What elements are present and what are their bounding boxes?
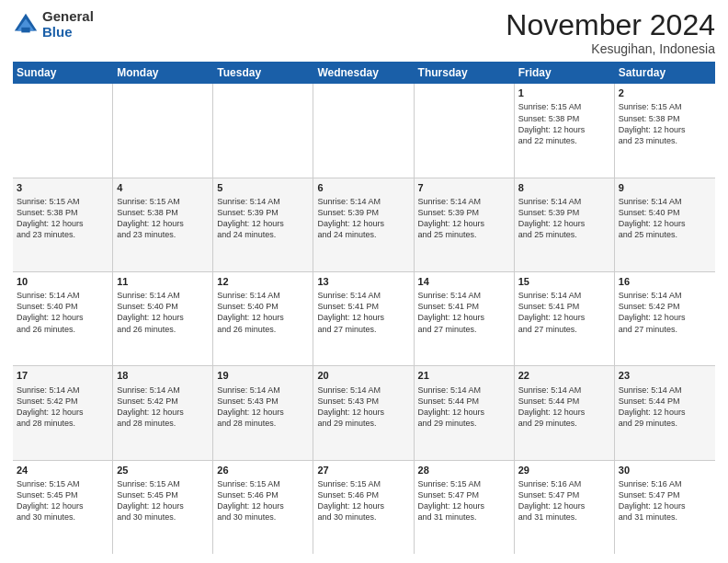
calendar-cell-empty-0-2: [213, 84, 313, 177]
day-number: 8: [518, 181, 610, 194]
day-number: 9: [619, 181, 711, 194]
day-number: 25: [117, 464, 209, 477]
day-number: 21: [418, 369, 510, 382]
calendar-cell-day-4: 4Sunrise: 5:15 AM Sunset: 5:38 PM Daylig…: [113, 178, 213, 271]
day-number: 6: [317, 181, 409, 194]
logo-text: General Blue: [42, 9, 94, 40]
calendar-row-0: 1Sunrise: 5:15 AM Sunset: 5:38 PM Daylig…: [13, 84, 715, 178]
day-number: 14: [418, 275, 510, 288]
day-number: 16: [619, 275, 711, 288]
calendar-cell-empty-0-1: [113, 84, 213, 177]
calendar-cell-day-22: 22Sunrise: 5:14 AM Sunset: 5:44 PM Dayli…: [515, 366, 615, 459]
svg-rect-2: [21, 27, 29, 32]
calendar-cell-day-18: 18Sunrise: 5:14 AM Sunset: 5:42 PM Dayli…: [113, 366, 213, 459]
day-number: 29: [518, 464, 610, 477]
calendar-cell-day-28: 28Sunrise: 5:15 AM Sunset: 5:47 PM Dayli…: [415, 461, 515, 554]
calendar-header: SundayMondayTuesdayWednesdayThursdayFrid…: [13, 62, 715, 84]
logo-blue: Blue: [42, 24, 73, 40]
day-number: 23: [619, 369, 711, 382]
day-info: Sunrise: 5:14 AM Sunset: 5:39 PM Dayligh…: [217, 196, 309, 241]
day-info: Sunrise: 5:14 AM Sunset: 5:40 PM Dayligh…: [217, 290, 309, 335]
calendar-cell-day-2: 2Sunrise: 5:15 AM Sunset: 5:38 PM Daylig…: [615, 84, 715, 177]
logo-icon: [13, 12, 39, 38]
calendar-cell-day-15: 15Sunrise: 5:14 AM Sunset: 5:41 PM Dayli…: [515, 272, 615, 365]
calendar-body: 1Sunrise: 5:15 AM Sunset: 5:38 PM Daylig…: [13, 84, 715, 554]
day-number: 27: [317, 464, 409, 477]
calendar-cell-day-27: 27Sunrise: 5:15 AM Sunset: 5:46 PM Dayli…: [313, 461, 414, 554]
day-info: Sunrise: 5:14 AM Sunset: 5:43 PM Dayligh…: [217, 385, 309, 430]
day-info: Sunrise: 5:15 AM Sunset: 5:46 PM Dayligh…: [217, 478, 309, 523]
day-info: Sunrise: 5:14 AM Sunset: 5:44 PM Dayligh…: [619, 385, 711, 430]
day-number: 5: [217, 181, 309, 194]
day-number: 22: [518, 369, 610, 382]
day-info: Sunrise: 5:14 AM Sunset: 5:42 PM Dayligh…: [117, 385, 209, 430]
calendar-cell-day-6: 6Sunrise: 5:14 AM Sunset: 5:39 PM Daylig…: [313, 178, 414, 271]
day-info: Sunrise: 5:15 AM Sunset: 5:45 PM Dayligh…: [117, 478, 209, 523]
calendar-cell-day-19: 19Sunrise: 5:14 AM Sunset: 5:43 PM Dayli…: [213, 366, 313, 459]
calendar-cell-empty-0-4: [415, 84, 515, 177]
calendar-cell-day-10: 10Sunrise: 5:14 AM Sunset: 5:40 PM Dayli…: [13, 272, 113, 365]
header-cell-saturday: Saturday: [615, 62, 715, 84]
header-cell-tuesday: Tuesday: [213, 62, 313, 84]
calendar-cell-day-25: 25Sunrise: 5:15 AM Sunset: 5:45 PM Dayli…: [113, 461, 213, 554]
day-info: Sunrise: 5:15 AM Sunset: 5:47 PM Dayligh…: [418, 478, 510, 523]
header-cell-thursday: Thursday: [415, 62, 515, 84]
day-info: Sunrise: 5:15 AM Sunset: 5:38 PM Dayligh…: [117, 196, 209, 241]
calendar-row-3: 17Sunrise: 5:14 AM Sunset: 5:42 PM Dayli…: [13, 366, 715, 460]
calendar-cell-day-30: 30Sunrise: 5:16 AM Sunset: 5:47 PM Dayli…: [615, 461, 715, 554]
calendar-cell-day-8: 8Sunrise: 5:14 AM Sunset: 5:39 PM Daylig…: [515, 178, 615, 271]
day-info: Sunrise: 5:16 AM Sunset: 5:47 PM Dayligh…: [619, 478, 711, 523]
calendar-cell-day-29: 29Sunrise: 5:16 AM Sunset: 5:47 PM Dayli…: [515, 461, 615, 554]
location: Kesugihan, Indonesia: [506, 41, 715, 56]
page: General Blue November 2024 Kesugihan, In…: [0, 0, 728, 563]
day-number: 15: [518, 275, 610, 288]
day-number: 7: [418, 181, 510, 194]
month-title: November 2024: [506, 9, 715, 41]
header-cell-wednesday: Wednesday: [313, 62, 414, 84]
calendar-cell-day-13: 13Sunrise: 5:14 AM Sunset: 5:41 PM Dayli…: [313, 272, 414, 365]
calendar-cell-day-21: 21Sunrise: 5:14 AM Sunset: 5:44 PM Dayli…: [415, 366, 515, 459]
day-number: 13: [317, 275, 409, 288]
day-number: 24: [17, 464, 108, 477]
day-number: 3: [17, 181, 108, 194]
calendar-cell-day-12: 12Sunrise: 5:14 AM Sunset: 5:40 PM Dayli…: [213, 272, 313, 365]
day-info: Sunrise: 5:14 AM Sunset: 5:41 PM Dayligh…: [418, 290, 510, 335]
calendar-cell-day-24: 24Sunrise: 5:15 AM Sunset: 5:45 PM Dayli…: [13, 461, 113, 554]
header-cell-friday: Friday: [515, 62, 615, 84]
day-number: 28: [418, 464, 510, 477]
calendar-row-4: 24Sunrise: 5:15 AM Sunset: 5:45 PM Dayli…: [13, 461, 715, 554]
day-info: Sunrise: 5:14 AM Sunset: 5:39 PM Dayligh…: [518, 196, 610, 241]
day-number: 12: [217, 275, 309, 288]
calendar-cell-day-5: 5Sunrise: 5:14 AM Sunset: 5:39 PM Daylig…: [213, 178, 313, 271]
day-info: Sunrise: 5:16 AM Sunset: 5:47 PM Dayligh…: [518, 478, 610, 523]
header-cell-monday: Monday: [113, 62, 213, 84]
day-info: Sunrise: 5:14 AM Sunset: 5:39 PM Dayligh…: [418, 196, 510, 241]
calendar-cell-day-1: 1Sunrise: 5:15 AM Sunset: 5:38 PM Daylig…: [515, 84, 615, 177]
calendar-cell-day-11: 11Sunrise: 5:14 AM Sunset: 5:40 PM Dayli…: [113, 272, 213, 365]
logo: General Blue: [13, 9, 94, 40]
header: General Blue November 2024 Kesugihan, In…: [13, 9, 715, 56]
day-number: 1: [518, 86, 610, 99]
day-info: Sunrise: 5:14 AM Sunset: 5:42 PM Dayligh…: [17, 385, 108, 430]
day-info: Sunrise: 5:15 AM Sunset: 5:38 PM Dayligh…: [619, 101, 711, 146]
calendar-cell-empty-0-3: [313, 84, 414, 177]
day-info: Sunrise: 5:14 AM Sunset: 5:40 PM Dayligh…: [117, 290, 209, 335]
calendar-cell-day-9: 9Sunrise: 5:14 AM Sunset: 5:40 PM Daylig…: [615, 178, 715, 271]
title-section: November 2024 Kesugihan, Indonesia: [506, 9, 715, 56]
day-number: 18: [117, 369, 209, 382]
day-info: Sunrise: 5:14 AM Sunset: 5:43 PM Dayligh…: [317, 385, 409, 430]
calendar-cell-day-26: 26Sunrise: 5:15 AM Sunset: 5:46 PM Dayli…: [213, 461, 313, 554]
calendar-row-1: 3Sunrise: 5:15 AM Sunset: 5:38 PM Daylig…: [13, 178, 715, 272]
day-info: Sunrise: 5:14 AM Sunset: 5:42 PM Dayligh…: [619, 290, 711, 335]
day-number: 10: [17, 275, 108, 288]
calendar-cell-day-16: 16Sunrise: 5:14 AM Sunset: 5:42 PM Dayli…: [615, 272, 715, 365]
calendar-cell-day-17: 17Sunrise: 5:14 AM Sunset: 5:42 PM Dayli…: [13, 366, 113, 459]
calendar-cell-day-7: 7Sunrise: 5:14 AM Sunset: 5:39 PM Daylig…: [415, 178, 515, 271]
day-number: 26: [217, 464, 309, 477]
calendar-cell-day-14: 14Sunrise: 5:14 AM Sunset: 5:41 PM Dayli…: [415, 272, 515, 365]
day-info: Sunrise: 5:14 AM Sunset: 5:41 PM Dayligh…: [317, 290, 409, 335]
header-cell-sunday: Sunday: [13, 62, 113, 84]
calendar: SundayMondayTuesdayWednesdayThursdayFrid…: [13, 62, 715, 554]
day-info: Sunrise: 5:14 AM Sunset: 5:44 PM Dayligh…: [418, 385, 510, 430]
day-number: 2: [619, 86, 711, 99]
